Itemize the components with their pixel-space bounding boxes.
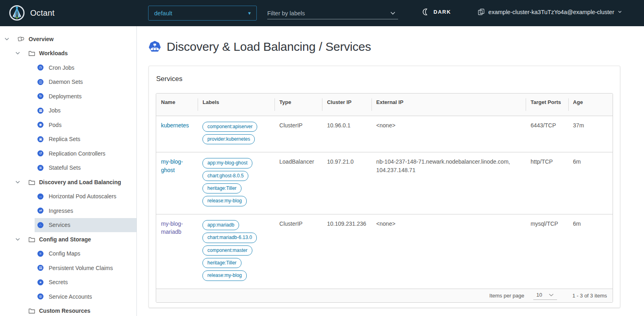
replica-sets-icon: ▣: [37, 136, 43, 142]
cluster-selector[interactable]: example-cluster-ka3TuTzYo4a@example-clus…: [478, 8, 622, 15]
label-badge: chart:mariadb-6.13.0: [202, 233, 257, 243]
services-icon: ∴: [37, 222, 43, 228]
sidebar-item-label: Horizontal Pod Autoscalers: [49, 193, 116, 200]
service-link[interactable]: my-blog-ghost: [161, 158, 183, 173]
services-datagrid: NameLabelsTypeCluster IPExternal IPTarge…: [156, 93, 613, 303]
caret-down-icon: ▾: [248, 10, 251, 16]
sidebar-item-deployments[interactable]: ↻Deployments: [0, 89, 136, 104]
dark-theme-toggle[interactable]: DARK: [422, 8, 451, 16]
pagination-range: 1 - 3 of 3 items: [572, 293, 607, 299]
label-filter: [267, 7, 398, 19]
label-badge: app:my-blog-ghost: [202, 158, 252, 168]
sidebar-item-persistent-volume-claims[interactable]: ▤Persistent Volume Claims: [0, 261, 136, 275]
sidebar-item-cron-jobs[interactable]: ◷Cron Jobs: [0, 60, 136, 75]
cell-external-ip: <none>: [372, 116, 526, 152]
sidebar-item-label: Secrets: [49, 279, 68, 285]
sidebar-item-label: Deployments: [49, 93, 82, 100]
sidebar-item-label: Workloads: [39, 50, 68, 56]
cell-name: my-blog-ghost: [156, 152, 198, 214]
sidebar-item-daemon-sets[interactable]: ◫Daemon Sets: [0, 75, 136, 89]
brand: Octant: [9, 5, 55, 21]
chevron-down-icon[interactable]: [15, 52, 21, 55]
cell-external-ip: <none>: [372, 214, 526, 288]
service-link[interactable]: my-blog-mariadb: [161, 220, 183, 235]
daemon-sets-icon: ◫: [37, 79, 43, 85]
label-badge: chart:ghost-8.0.5: [202, 171, 248, 181]
service-link[interactable]: kubernetes: [161, 122, 189, 129]
column-header-external-ip: External IP: [372, 94, 526, 116]
octant-logo-icon: [9, 5, 25, 21]
namespace-dropdown[interactable]: default ▾: [148, 6, 257, 21]
sidebar-item-discovery-and-load-balancing[interactable]: Discovery and Load Balancing: [0, 175, 136, 189]
label-filter-input[interactable]: [267, 10, 390, 17]
cell-name: kubernetes: [156, 116, 198, 152]
discovery-load-balancing-icon: [149, 41, 161, 53]
cell-type: LoadBalancer: [275, 152, 322, 214]
horizontal-pod-autoscalers-icon: ↔: [37, 193, 43, 200]
sidebar-item-pods[interactable]: ◉Pods: [0, 118, 136, 132]
cluster-name: example-cluster-ka3TuTzYo4a@example-clus…: [488, 9, 614, 15]
sidebar-item-replica-sets[interactable]: ▣Replica Sets: [0, 132, 136, 147]
sidebar-item-service-accounts[interactable]: ◎Service Accounts: [0, 289, 136, 304]
page-size-select[interactable]: 10: [533, 291, 557, 300]
sidebar-item-stateful-sets[interactable]: ≣Stateful Sets: [0, 161, 136, 175]
label-badge: release:my-blog: [202, 270, 246, 281]
column-header-type: Type: [275, 94, 322, 116]
cluster-icon: [478, 8, 485, 15]
cell-name: my-blog-mariadb: [156, 214, 198, 288]
chevron-down-icon[interactable]: [15, 238, 21, 241]
chevron-down-icon[interactable]: [4, 37, 10, 41]
sidebar-item-label: Discovery and Load Balancing: [39, 179, 121, 185]
folder-icon: [28, 308, 35, 314]
sidebar-item-services[interactable]: ∴Services: [0, 218, 136, 233]
folder-icon: [28, 50, 35, 56]
cell-target-ports: 6443/TCP: [526, 116, 568, 152]
moon-icon: [422, 8, 430, 16]
services-table: NameLabelsTypeCluster IPExternal IPTarge…: [156, 94, 613, 289]
table-row: kubernetescomponent:apiserverprovider:ku…: [156, 116, 613, 152]
sidebar-item-label: Ingresses: [49, 208, 73, 214]
chevron-down-icon[interactable]: [15, 181, 21, 184]
column-header-name: Name: [156, 94, 198, 116]
ingresses-icon: ⇄: [37, 208, 43, 214]
sidebar-item-ingresses[interactable]: ⇄Ingresses: [0, 204, 136, 218]
sidebar-item-replication-controllers[interactable]: ↺Replication Controllers: [0, 146, 136, 161]
cell-target-ports: http/TCP: [526, 152, 568, 214]
table-header-row: NameLabelsTypeCluster IPExternal IPTarge…: [156, 94, 613, 116]
column-header-target-ports: Target Ports: [526, 94, 568, 116]
cell-type: ClusterIP: [275, 214, 322, 288]
label-badge: app:mariadb: [202, 220, 239, 230]
sidebar-item-label: Cron Jobs: [49, 64, 74, 71]
cell-external-ip: nb-104-237-148-71.newark.nodebalancer.li…: [372, 152, 526, 214]
sidebar-item-label: Service Accounts: [49, 293, 92, 300]
cell-cluster-ip: 10.97.21.0: [322, 152, 371, 214]
sidebar-nav: OverviewWorkloads◷Cron Jobs◫Daemon Sets↻…: [0, 26, 137, 316]
sidebar-item-label: Config Maps: [49, 250, 80, 257]
cell-labels: app:mariadbchart:mariadb-6.13.0component…: [198, 214, 275, 288]
sidebar-item-label: Jobs: [49, 107, 61, 114]
sidebar-item-label: Persistent Volume Claims: [49, 265, 113, 271]
sidebar-item-config-maps[interactable]: ≡Config Maps: [0, 247, 136, 261]
sidebar-item-label: Stateful Sets: [49, 164, 80, 171]
cell-age: 6m: [568, 152, 613, 214]
service-accounts-icon: ◎: [37, 293, 43, 299]
sidebar-item-config-and-storage[interactable]: Config and Storage: [0, 232, 136, 247]
sidebar-item-jobs[interactable]: ▦Jobs: [0, 104, 136, 118]
label-badge: component:master: [202, 245, 252, 256]
cell-age: 6m: [568, 214, 613, 288]
sidebar-item-secrets[interactable]: ∗Secrets: [0, 275, 136, 290]
label-badge: component:apiserver: [202, 122, 257, 132]
sidebar-item-workloads[interactable]: Workloads: [0, 46, 136, 61]
sidebar-item-overview[interactable]: Overview: [0, 32, 136, 46]
sidebar-item-custom-resources[interactable]: Custom Resources: [0, 304, 136, 316]
chevron-down-icon[interactable]: [390, 11, 396, 15]
sidebar-item-label: Custom Resources: [39, 308, 91, 314]
sidebar-item-horizontal-pod-autoscalers[interactable]: ↔Horizontal Pod Autoscalers: [0, 189, 136, 204]
column-header-labels: Labels: [198, 94, 275, 116]
services-card: Services NameLabelsTypeCluster IPExterna…: [149, 66, 620, 308]
deployments-icon: ↻: [37, 93, 43, 99]
table-row: my-blog-mariadbapp:mariadbchart:mariadb-…: [156, 214, 613, 288]
secrets-icon: ∗: [37, 279, 43, 285]
folder-icon: [28, 179, 35, 185]
cell-target-ports: mysql/TCP: [526, 214, 568, 288]
